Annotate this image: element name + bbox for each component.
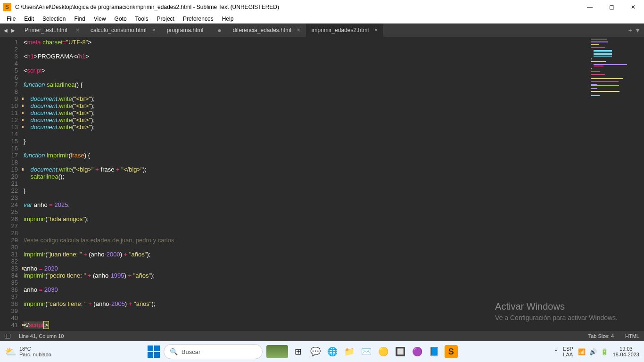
- app-icon-2[interactable]: 🟣: [411, 345, 424, 358]
- menu-file[interactable]: File: [3, 15, 19, 23]
- language-indicator[interactable]: ESP LAA: [563, 346, 573, 357]
- battery-icon[interactable]: 🔋: [601, 348, 608, 355]
- weather-icon: ⛅: [5, 346, 17, 357]
- tab-modified-icon: ●: [217, 26, 221, 34]
- wifi-icon[interactable]: 📶: [578, 348, 586, 355]
- explorer-icon[interactable]: 📁: [343, 345, 356, 358]
- app-icon-1[interactable]: 🔲: [394, 345, 407, 358]
- menu-selection[interactable]: Selection: [39, 15, 69, 23]
- tab-label: calculo_consumo.html: [91, 27, 147, 33]
- tab-prev[interactable]: ◀: [3, 28, 8, 33]
- weather-desc: Parc. nublado: [19, 352, 51, 357]
- minimap[interactable]: [591, 39, 643, 133]
- sublime-icon[interactable]: S: [445, 345, 458, 358]
- menu-tools[interactable]: Tools: [132, 15, 152, 23]
- menu-help[interactable]: Help: [218, 15, 238, 23]
- tabbar: ◀ ▶ Primer_test..html × calculo_consumo.…: [0, 24, 644, 37]
- start-button[interactable]: [148, 346, 160, 358]
- menu-view[interactable]: View: [90, 15, 110, 23]
- tab-menu-button[interactable]: ▾: [636, 26, 639, 34]
- tab-programa[interactable]: programa.html ●: [161, 24, 227, 37]
- weather-widget[interactable]: ⛅ 18°C Parc. nublado: [5, 346, 51, 357]
- search-placeholder: Buscar: [182, 348, 200, 355]
- titlebar-text: C:\Users\Ariel\Desktop\logica de program…: [15, 4, 579, 10]
- word-icon[interactable]: 📘: [428, 345, 441, 358]
- tab-label: diferencia_edades.html: [233, 27, 291, 33]
- taskbar-search[interactable]: 🔍 Buscar: [164, 344, 263, 359]
- menubar: File Edit Selection Find View Goto Tools…: [0, 14, 644, 24]
- chrome-icon[interactable]: 🟡: [377, 345, 390, 358]
- tab-label: imprimir_edades2.html: [312, 27, 369, 33]
- tab-close-icon[interactable]: ×: [374, 27, 378, 33]
- menu-goto[interactable]: Goto: [111, 15, 131, 23]
- menu-edit[interactable]: Edit: [20, 15, 38, 23]
- cursor-position: Line 41, Column 10: [19, 333, 64, 339]
- tab-close-icon[interactable]: ×: [297, 27, 300, 33]
- tab-primer-test[interactable]: Primer_test..html ×: [19, 24, 85, 37]
- tab-size[interactable]: Tab Size: 4: [588, 333, 614, 339]
- taskbar: ⛅ 18°C Parc. nublado 🔍 Buscar ⊞ 💬 🌐 📁 ✉️…: [0, 341, 644, 362]
- tab-close-icon[interactable]: ×: [152, 27, 156, 33]
- search-highlight[interactable]: [266, 345, 288, 358]
- tray-chevron[interactable]: ⌃: [554, 349, 558, 355]
- tab-add-button[interactable]: +: [628, 26, 632, 34]
- tab-next[interactable]: ▶: [10, 28, 16, 33]
- tab-label: Primer_test..html: [25, 27, 67, 33]
- edge-icon[interactable]: 🌐: [326, 345, 339, 358]
- code-area[interactable]: <meta charset="UTF-8"> <h1>PROGRAMA</h1>…: [24, 37, 644, 331]
- maximize-button[interactable]: ▢: [601, 0, 622, 14]
- app-icon: S: [3, 3, 11, 11]
- menu-find[interactable]: Find: [70, 15, 89, 23]
- tab-diferencia-edades[interactable]: diferencia_edades.html ×: [227, 24, 306, 37]
- titlebar: S C:\Users\Ariel\Desktop\logica de progr…: [0, 0, 644, 14]
- tab-calculo-consumo[interactable]: calculo_consumo.html ×: [85, 24, 161, 37]
- line-gutter: 1234567891011121314151617181920212223242…: [0, 37, 24, 331]
- menu-project[interactable]: Project: [153, 15, 178, 23]
- task-view-icon[interactable]: ⊞: [292, 345, 305, 358]
- clock[interactable]: 19:03 18-04-2023: [613, 346, 639, 357]
- minimize-button[interactable]: —: [579, 0, 601, 14]
- syntax-mode[interactable]: HTML: [625, 333, 639, 339]
- chat-icon[interactable]: 💬: [309, 345, 322, 358]
- close-button[interactable]: ✕: [622, 0, 644, 14]
- weather-temp: 18°C: [19, 346, 51, 352]
- tab-label: programa.html: [167, 27, 203, 33]
- search-icon: 🔍: [170, 348, 178, 355]
- statusbar: Line 41, Column 10 Tab Size: 4 HTML: [0, 331, 644, 341]
- tab-imprimir-edades2[interactable]: imprimir_edades2.html ×: [306, 24, 383, 37]
- editor[interactable]: 1234567891011121314151617181920212223242…: [0, 37, 644, 331]
- tab-close-icon[interactable]: ×: [76, 27, 79, 33]
- panel-icon[interactable]: [5, 334, 10, 338]
- menu-preferences[interactable]: Preferences: [179, 15, 217, 23]
- mail-icon[interactable]: ✉️: [360, 345, 373, 358]
- volume-icon[interactable]: 🔊: [589, 348, 597, 355]
